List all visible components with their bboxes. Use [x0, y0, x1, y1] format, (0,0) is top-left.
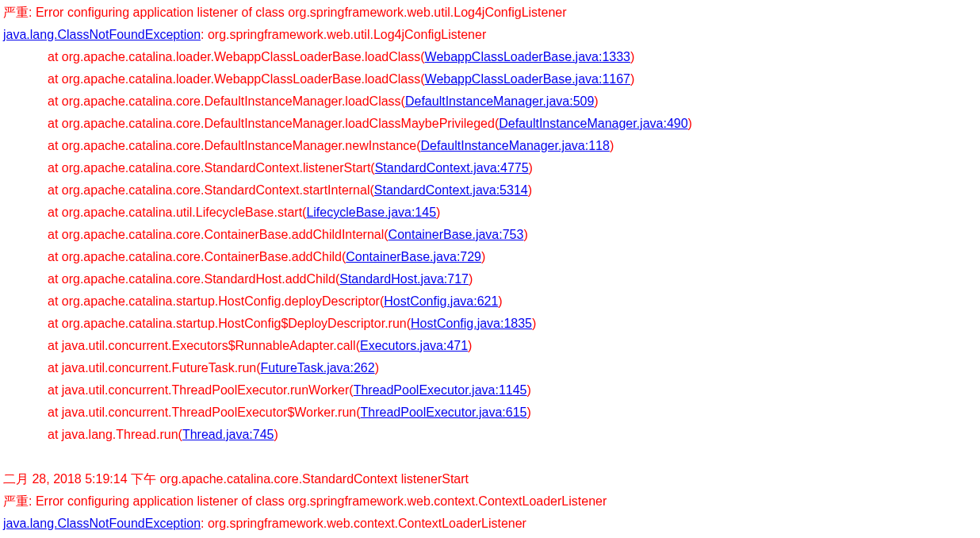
stack-frame-method: at org.apache.catalina.core.DefaultInsta… — [48, 139, 421, 152]
stack-frame: at org.apache.catalina.core.StandardCont… — [3, 179, 977, 202]
error-message-2: : Error configuring application listener… — [29, 494, 607, 508]
stack-frame-suffix: ) — [688, 117, 692, 130]
stack-frame: at java.util.concurrent.Executors$Runnab… — [3, 335, 977, 357]
stack-frame-suffix: ) — [498, 294, 502, 308]
stack-frame-method: at org.apache.catalina.loader.WebappClas… — [48, 50, 425, 63]
stack-frame-method: at org.apache.catalina.startup.HostConfi… — [48, 317, 411, 330]
stack-frame-suffix: ) — [274, 428, 278, 441]
stack-frame-source-link[interactable]: ContainerBase.java:753 — [389, 228, 524, 241]
stack-frame-source-link[interactable]: HostConfig.java:1835 — [411, 317, 532, 330]
severity-label: 严重 — [3, 6, 29, 19]
stack-frame-suffix: ) — [523, 228, 527, 241]
stack-frame-source-link[interactable]: Thread.java:745 — [182, 428, 274, 441]
exception-class-link[interactable]: java.lang.ClassNotFoundException — [3, 28, 201, 41]
stack-frame-method: at java.util.concurrent.Executors$Runnab… — [48, 339, 360, 352]
stack-frame: at org.apache.catalina.core.StandardHost… — [3, 268, 977, 290]
error-line-1: 严重: Error configuring application listen… — [3, 2, 977, 24]
stack-frame-suffix: ) — [630, 50, 634, 63]
stack-frame-method: at org.apache.catalina.core.ContainerBas… — [48, 250, 346, 263]
stack-frame: at java.util.concurrent.FutureTask.run(F… — [3, 357, 977, 379]
stack-frame-source-link[interactable]: StandardHost.java:717 — [339, 272, 469, 286]
stack-frame: at java.util.concurrent.ThreadPoolExecut… — [3, 379, 977, 402]
stack-frame-method: at java.util.concurrent.ThreadPoolExecut… — [48, 383, 354, 397]
blank-spacer — [3, 446, 977, 468]
stack-frame-suffix: ) — [481, 250, 485, 263]
stack-frame-suffix: ) — [375, 361, 379, 375]
stack-frame-source-link[interactable]: WebappClassLoaderBase.java:1167 — [425, 72, 630, 86]
stack-frame-suffix: ) — [469, 272, 473, 286]
stack-frame-method: at org.apache.catalina.core.StandardCont… — [48, 161, 375, 175]
exception-class-link-2[interactable]: java.lang.ClassNotFoundException — [3, 517, 201, 530]
stack-frame: at org.apache.catalina.core.DefaultInsta… — [3, 135, 977, 157]
stack-frame-method: at java.lang.Thread.run( — [48, 428, 182, 441]
stack-frame: at java.util.concurrent.ThreadPoolExecut… — [3, 402, 977, 424]
stack-frame-method: at org.apache.catalina.core.ContainerBas… — [48, 228, 389, 241]
stack-trace: at org.apache.catalina.loader.WebappClas… — [3, 46, 977, 446]
severity-label-2: 严重 — [3, 494, 29, 508]
stack-frame-method: at org.apache.catalina.startup.HostConfi… — [48, 294, 384, 308]
stack-frame-method: at java.util.concurrent.ThreadPoolExecut… — [48, 405, 361, 419]
stack-frame: at org.apache.catalina.core.DefaultInsta… — [3, 90, 977, 113]
stack-frame-source-link[interactable]: DefaultInstanceManager.java:118 — [421, 139, 610, 152]
stack-frame-method: at org.apache.catalina.core.DefaultInsta… — [48, 94, 405, 108]
stack-frame-suffix: ) — [436, 206, 440, 219]
stack-frame-suffix: ) — [528, 183, 532, 197]
stack-frame-source-link[interactable]: StandardContext.java:4775 — [375, 161, 529, 175]
exception-message-2: : org.springframework.web.context.Contex… — [201, 517, 526, 530]
stack-frame-source-link[interactable]: ThreadPoolExecutor.java:1145 — [354, 383, 527, 397]
stack-frame-suffix: ) — [526, 383, 530, 397]
stack-frame-suffix: ) — [526, 405, 530, 419]
stack-frame: at org.apache.catalina.core.DefaultInsta… — [3, 113, 977, 135]
stack-frame-method: at java.util.concurrent.FutureTask.run( — [48, 361, 261, 375]
stack-frame-suffix: ) — [630, 72, 634, 86]
stack-frame-method: at org.apache.catalina.core.StandardHost… — [48, 272, 339, 286]
stack-frame: at org.apache.catalina.startup.HostConfi… — [3, 313, 977, 335]
timestamp-line: 二月 28, 2018 5:19:14 下午 org.apache.catali… — [3, 468, 977, 490]
stack-frame-source-link[interactable]: LifecycleBase.java:145 — [306, 206, 436, 219]
stack-frame-method: at org.apache.catalina.util.LifecycleBas… — [48, 206, 306, 219]
stack-frame: at org.apache.catalina.core.StandardCont… — [3, 157, 977, 179]
stack-frame-source-link[interactable]: WebappClassLoaderBase.java:1333 — [425, 50, 630, 63]
stack-frame-source-link[interactable]: ThreadPoolExecutor.java:615 — [361, 405, 527, 419]
stack-frame: at org.apache.catalina.core.ContainerBas… — [3, 246, 977, 268]
error-line-2: 严重: Error configuring application listen… — [3, 490, 977, 513]
error-message: : Error configuring application listener… — [29, 6, 567, 19]
stack-frame: at org.apache.catalina.loader.WebappClas… — [3, 46, 977, 68]
stack-frame: at org.apache.catalina.util.LifecycleBas… — [3, 202, 977, 224]
stack-frame-source-link[interactable]: DefaultInstanceManager.java:490 — [499, 117, 687, 130]
exception-line-2: java.lang.ClassNotFoundException: org.sp… — [3, 513, 977, 535]
stack-frame: at org.apache.catalina.startup.HostConfi… — [3, 290, 977, 313]
stack-frame-source-link[interactable]: ContainerBase.java:729 — [346, 250, 481, 263]
stack-frame-suffix: ) — [532, 317, 536, 330]
stack-frame: at java.lang.Thread.run(Thread.java:745) — [3, 424, 977, 446]
stack-frame-source-link[interactable]: Executors.java:471 — [360, 339, 468, 352]
stack-frame: at org.apache.catalina.loader.WebappClas… — [3, 68, 977, 90]
stack-frame-suffix: ) — [610, 139, 614, 152]
stack-frame-source-link[interactable]: DefaultInstanceManager.java:509 — [405, 94, 594, 108]
stack-frame-method: at org.apache.catalina.core.StandardCont… — [48, 183, 374, 197]
exception-line-1: java.lang.ClassNotFoundException: org.sp… — [3, 24, 977, 46]
stack-frame-method: at org.apache.catalina.core.DefaultInsta… — [48, 117, 499, 130]
stack-frame-suffix: ) — [468, 339, 472, 352]
stack-frame-source-link[interactable]: HostConfig.java:621 — [384, 294, 498, 308]
stack-frame-suffix: ) — [529, 161, 533, 175]
stack-frame-source-link[interactable]: FutureTask.java:262 — [261, 361, 375, 375]
stack-frame-method: at org.apache.catalina.loader.WebappClas… — [48, 72, 425, 86]
exception-message: : org.springframework.web.util.Log4jConf… — [201, 28, 486, 41]
stack-frame-source-link[interactable]: StandardContext.java:5314 — [374, 183, 528, 197]
stack-frame: at org.apache.catalina.core.ContainerBas… — [3, 224, 977, 246]
stack-frame-suffix: ) — [594, 94, 598, 108]
